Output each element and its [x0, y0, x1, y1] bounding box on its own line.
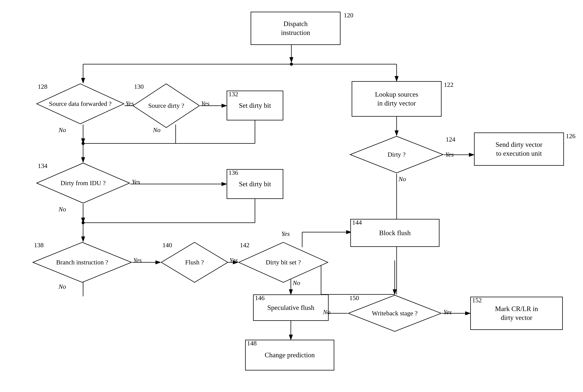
dirty-idu-label: Dirty from IDU ?: [61, 179, 106, 187]
dirty-idu-ref: 134: [38, 162, 48, 170]
dirty-bit-no-label: No: [293, 279, 300, 286]
dirty-idu-yes-label: Yes: [132, 178, 140, 186]
source-dirty-label: Source dirty ?: [148, 102, 184, 110]
set-dirty-2-ref: 136: [229, 169, 238, 176]
dirty-bit-yes-label: Yes: [281, 230, 290, 238]
flush-label: Flush ?: [185, 258, 204, 266]
block-flush-ref: 144: [352, 219, 362, 226]
send-dirty-box: Send dirty vectorto execution unit: [474, 132, 564, 166]
change-pred-label: Change prediction: [265, 351, 315, 360]
source-fwd-label: Source data forwarded ?: [49, 100, 112, 108]
branch-yes-label: Yes: [133, 257, 142, 264]
change-pred-box: Change prediction: [245, 340, 334, 370]
spec-flush-label: Speculative flush: [267, 303, 314, 312]
source-fwd-ref: 128: [38, 83, 48, 90]
flush-ref: 140: [162, 242, 172, 249]
dirty-no-label: No: [398, 176, 406, 183]
flush-yes-label: Yes: [229, 257, 238, 264]
dispatch-label: Dispatchinstruction: [281, 20, 310, 37]
writeback-label: Writeback stage ?: [372, 309, 418, 318]
writeback-ref: 150: [349, 294, 359, 302]
set-dirty-2-label: Set dirty bit: [239, 180, 271, 188]
svg-point-2: [290, 63, 293, 66]
wb-no-label: No: [323, 308, 330, 316]
spec-flush-ref: 146: [255, 294, 265, 302]
dirty-diamond: Dirty ?: [349, 136, 444, 174]
lookup-ref: 122: [444, 81, 453, 88]
dirty-idu-diamond: Dirty from IDU ?: [36, 162, 130, 204]
branch-diamond: Branch instruction ?: [32, 242, 132, 283]
mark-cr-box: Mark CR/LR indirty vector: [470, 297, 563, 330]
src-dirty-no-label: No: [153, 126, 161, 134]
source-dirty-ref: 130: [134, 83, 144, 90]
branch-no-label: No: [59, 283, 66, 290]
dirty-idu-no-label: No: [59, 206, 66, 213]
set-dirty-1-label: Set dirty bit: [239, 101, 271, 110]
send-dirty-ref: 126: [566, 132, 575, 140]
branch-ref: 138: [34, 242, 44, 249]
lookup-box: Lookup sourcesin dirty vector: [352, 81, 441, 117]
dirty-yes-label: Yes: [445, 151, 454, 158]
dispatch-ref: 120: [344, 12, 353, 19]
src-fwd-no-label: No: [59, 126, 66, 134]
flowchart-diagram: Dispatchinstruction 120 Lookup sourcesin…: [0, 0, 583, 392]
block-flush-label: Block flush: [379, 228, 411, 238]
svg-point-16: [82, 142, 85, 145]
writeback-diamond: Writeback stage ?: [347, 294, 442, 332]
wb-yes-label: Yes: [443, 308, 452, 316]
set-dirty-1-ref: 132: [229, 90, 238, 98]
dirty-bit-diamond: Dirty bit set ?: [238, 242, 329, 283]
branch-label: Branch instruction ?: [56, 258, 108, 266]
dirty-label: Dirty ?: [387, 150, 405, 159]
send-dirty-label: Send dirty vectorto execution unit: [495, 140, 542, 158]
dirty-bit-label: Dirty bit set ?: [266, 258, 301, 266]
svg-point-24: [82, 221, 85, 224]
change-pred-ref: 148: [247, 340, 257, 347]
lookup-label: Lookup sourcesin dirty vector: [375, 90, 418, 108]
block-flush-box: Block flush: [350, 219, 439, 247]
dirty-bit-ref: 142: [240, 242, 249, 249]
src-dirty-yes-label: Yes: [201, 100, 209, 107]
source-fwd-diamond: Source data forwarded ?: [36, 83, 125, 124]
dirty-ref: 124: [446, 136, 455, 143]
dispatch-box: Dispatchinstruction: [251, 12, 340, 45]
mark-cr-label: Mark CR/LR indirty vector: [495, 304, 538, 322]
mark-cr-ref: 152: [472, 297, 482, 304]
